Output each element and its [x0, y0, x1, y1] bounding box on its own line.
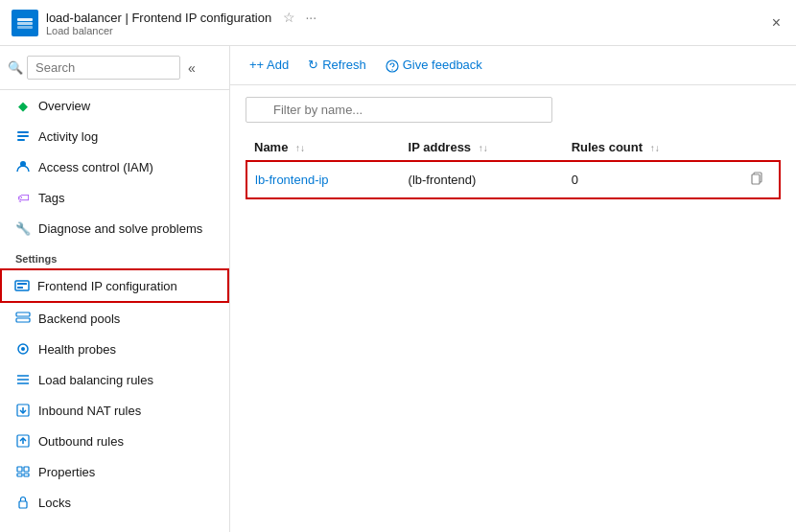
feedback-button[interactable]: Give feedback: [378, 54, 490, 77]
sidebar-item-label: Tags: [38, 191, 64, 205]
inbound-icon: [15, 403, 31, 418]
resource-name: load-balancer: [46, 11, 122, 25]
sidebar-item-label: Access control (IAM): [38, 160, 153, 174]
sidebar-search-bar: 🔍 «: [0, 46, 229, 90]
refresh-icon: ↻: [308, 58, 318, 72]
svg-rect-1: [17, 22, 33, 25]
content-body: 🔍 Name ↑↓ IP address ↑↓: [230, 85, 796, 532]
sidebar-item-label: Locks: [38, 496, 71, 510]
sort-icon-name: ↑↓: [295, 143, 305, 153]
backend-icon: [15, 311, 31, 326]
filter-wrapper: 🔍: [246, 97, 552, 123]
svg-point-13: [21, 347, 25, 351]
page-title: load-balancer | Frontend IP configuratio…: [46, 9, 316, 25]
feedback-label: Give feedback: [403, 58, 482, 72]
col-name[interactable]: Name ↑↓: [246, 134, 401, 161]
sidebar-item-label: Outbound rules: [38, 434, 124, 449]
row-ip-address: (lb-frontend): [401, 161, 564, 198]
sidebar-item-label: Diagnose and solve problems: [38, 221, 202, 236]
list-icon: [15, 128, 31, 144]
svg-rect-10: [16, 312, 30, 316]
svg-rect-5: [17, 139, 25, 141]
sidebar-item-tags[interactable]: 🏷 Tags: [0, 182, 229, 213]
sidebar-item-label: Load balancing rules: [38, 373, 153, 387]
title-bar: load-balancer | Frontend IP configuratio…: [0, 0, 796, 46]
toolbar: + + Add ↻ Refresh Give feedback: [230, 46, 796, 85]
sidebar-item-overview[interactable]: ◆ Overview: [0, 90, 229, 121]
copy-button[interactable]: [749, 170, 766, 190]
sidebar-item-health-probes[interactable]: Health probes: [0, 334, 229, 364]
title-separator: |: [122, 11, 132, 25]
sidebar-item-access-control[interactable]: Access control (IAM): [0, 151, 229, 182]
sidebar-item-label: Inbound NAT rules: [38, 404, 141, 418]
sidebar-item-label: Activity log: [38, 129, 98, 144]
svg-rect-23: [17, 474, 22, 476]
sidebar-item-label: Frontend IP configuration: [37, 279, 177, 293]
col-actions: [741, 134, 780, 161]
sidebar-item-outbound-rules[interactable]: Outbound rules: [0, 426, 229, 456]
page-name: Frontend IP configuration: [131, 11, 271, 25]
svg-point-27: [391, 69, 392, 70]
sidebar-item-inbound-nat[interactable]: Inbound NAT rules: [0, 395, 229, 426]
svg-rect-22: [24, 467, 29, 472]
sidebar-item-locks[interactable]: Locks: [0, 487, 229, 518]
filter-input[interactable]: [246, 97, 552, 123]
svg-rect-25: [19, 501, 27, 508]
svg-rect-4: [17, 135, 29, 137]
feedback-icon: [386, 58, 399, 73]
close-button[interactable]: ×: [768, 12, 784, 34]
star-icon[interactable]: ☆: [283, 10, 295, 25]
col-ip-address[interactable]: IP address ↑↓: [401, 134, 564, 161]
row-rules-count: 0: [564, 161, 741, 198]
svg-rect-29: [752, 174, 760, 184]
resource-type: Load balancer: [46, 25, 316, 36]
lock-icon: [15, 495, 31, 510]
sort-icon-rules: ↑↓: [650, 143, 660, 153]
content-area: + + Add ↻ Refresh Give feedback 🔍: [230, 46, 796, 532]
settings-section-label: Settings: [0, 243, 229, 268]
row-name: lb-frontend-ip: [246, 161, 401, 198]
search-input[interactable]: [27, 56, 180, 80]
svg-rect-3: [17, 131, 29, 133]
sidebar-item-label: Health probes: [38, 342, 116, 357]
outbound-icon: [15, 433, 31, 449]
sidebar-item-load-balancing-rules[interactable]: Load balancing rules: [0, 364, 229, 395]
sidebar-item-label: Backend pools: [38, 312, 120, 326]
add-label: + Add: [257, 58, 290, 72]
row-copy-cell: [741, 161, 780, 198]
refresh-label: Refresh: [322, 58, 366, 72]
add-button[interactable]: + + Add: [242, 54, 296, 76]
svg-rect-21: [17, 467, 22, 472]
sidebar-nav: ◆ Overview Activity log Access control (…: [0, 90, 229, 532]
col-rules-count[interactable]: Rules count ↑↓: [564, 134, 741, 161]
sidebar-item-activity-log[interactable]: Activity log: [0, 121, 229, 151]
resource-icon: [12, 10, 38, 36]
svg-rect-11: [16, 318, 30, 322]
sidebar: 🔍 « ◆ Overview Activity log Access contr…: [0, 46, 230, 532]
rules-icon: [15, 372, 31, 387]
row-name-link[interactable]: lb-frontend-ip: [255, 173, 329, 187]
sidebar-item-properties[interactable]: Properties: [0, 456, 229, 487]
title-text-block: load-balancer | Frontend IP configuratio…: [46, 9, 316, 36]
sidebar-item-frontend-ip[interactable]: Frontend IP configuration: [0, 268, 229, 303]
sidebar-item-diagnose[interactable]: 🔧 Diagnose and solve problems: [0, 213, 229, 243]
main-layout: 🔍 « ◆ Overview Activity log Access contr…: [0, 46, 796, 532]
data-table: Name ↑↓ IP address ↑↓ Rules count ↑↓: [246, 134, 781, 199]
collapse-sidebar-button[interactable]: «: [184, 58, 199, 78]
probe-icon: [15, 341, 31, 357]
ellipsis-icon[interactable]: ···: [305, 10, 316, 25]
search-icon: 🔍: [8, 60, 23, 75]
svg-rect-7: [15, 281, 29, 290]
svg-rect-0: [17, 18, 33, 21]
table-row: lb-frontend-ip (lb-frontend) 0: [246, 161, 780, 198]
refresh-button[interactable]: ↻ Refresh: [300, 54, 374, 76]
title-left: load-balancer | Frontend IP configuratio…: [12, 9, 316, 36]
sidebar-item-label: Overview: [38, 99, 90, 113]
tag-icon: 🏷: [15, 190, 31, 205]
svg-rect-24: [24, 474, 29, 476]
sidebar-item-backend-pools[interactable]: Backend pools: [0, 303, 229, 334]
svg-rect-8: [17, 283, 27, 285]
svg-rect-2: [17, 26, 33, 29]
filter-bar: 🔍: [246, 97, 781, 123]
plus-icon: +: [249, 58, 257, 72]
